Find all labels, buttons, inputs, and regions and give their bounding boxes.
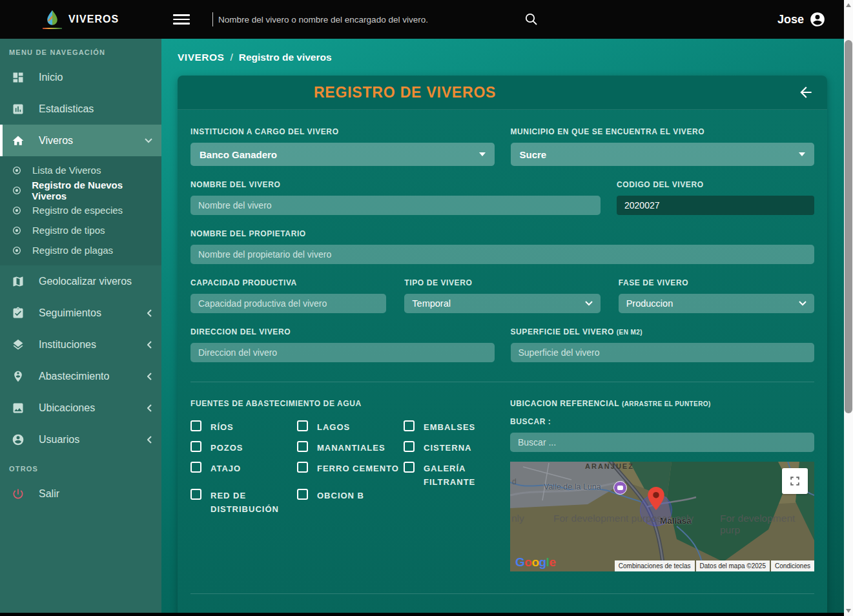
capacidad-input[interactable] (190, 294, 386, 313)
sidebar-item-instituciones[interactable]: Instituciones (0, 329, 161, 360)
sidebar-subitem-registro-plagas[interactable]: Registro de plagas (0, 240, 161, 260)
back-button[interactable] (797, 84, 814, 101)
direccion-input[interactable] (190, 343, 495, 362)
sidebar-item-estadisticas[interactable]: Estadisticas (0, 93, 161, 125)
superficie-input[interactable] (511, 343, 815, 362)
checkbox (190, 420, 201, 431)
chevron-left-icon (147, 373, 152, 380)
sidebar-subitem-lista-de-viveros[interactable]: Lista de Viveros (0, 160, 161, 180)
sidebar-subitem-label: Registro de plagas (32, 245, 113, 256)
municipio-dropdown[interactable]: Sucre (511, 143, 815, 166)
page-title: REGISTRO DE VIVEROS (178, 84, 632, 101)
checkbox (190, 441, 201, 452)
capacidad-label: CAPACIDAD PRODUCTIVA (190, 278, 386, 287)
sidebar-item-seguimientos[interactable]: Seguimientos (0, 297, 161, 329)
user-menu[interactable]: Jose (777, 11, 826, 28)
sidebar-subitem-registro-nuevos-viveros[interactable]: Registro de Nuevos Viveros (0, 180, 161, 200)
map-data-label: Datos del mapa ©2025 (696, 560, 770, 571)
field-nombre-vivero: NOMBRE DEL VIVERO (190, 180, 601, 215)
google-logo[interactable]: Google (515, 555, 555, 570)
buscar-input[interactable] (510, 433, 814, 452)
checkbox-item-ferro-cemento[interactable]: FERRO CEMENTO (297, 462, 404, 475)
field-municipio: MUNICIPIO EN QUE SE ENCUENTRA EL VIVERO … (511, 127, 815, 166)
checkbox-item-embalses[interactable]: EMBALSES (404, 420, 504, 434)
scrollbar-thumb[interactable] (845, 40, 852, 413)
ubicacion-label: UBICACION REFERENCIAL (ARRASTRE EL PUNTE… (510, 399, 814, 408)
checkbox-label: POZOS (211, 441, 243, 455)
sidebar-item-geolocalizar[interactable]: Geolocalizar viveros (0, 265, 161, 297)
scroll-down-arrow[interactable] (846, 609, 851, 613)
sidebar-subitem-registro-especies[interactable]: Registro de especies (0, 200, 161, 220)
tipo-select[interactable]: Temporal (404, 294, 600, 313)
checkbox (297, 462, 308, 473)
search-icon[interactable] (524, 12, 539, 27)
checkbox (297, 489, 308, 500)
chevron-down-icon (585, 301, 593, 306)
tipo-value: Temporal (412, 298, 451, 309)
field-codigo: CODIGO DEL VIVERO (617, 180, 814, 215)
bottom-strip (0, 613, 844, 616)
field-capacidad: CAPACIDAD PRODUCTIVA (190, 278, 386, 313)
checkbox-item-cisterna[interactable]: CISTERNA (404, 441, 504, 455)
breadcrumb-root[interactable]: VIVEROS (178, 52, 224, 63)
menu-icon[interactable] (173, 12, 190, 27)
map-container[interactable]: ARANJUEZ Valle de la Luna Mallasa (510, 462, 814, 571)
sidebar-item-label: Inicio (39, 72, 63, 83)
checkbox-item-manantiales[interactable]: MANANTIALES (297, 441, 404, 455)
map-label-aranjuez: ARANJUEZ (585, 462, 634, 470)
sidebar-item-abastecimiento[interactable]: Abastecimiento (0, 360, 161, 392)
layers-icon (12, 338, 26, 351)
checkbox-item-lagos[interactable]: LAGOS (297, 420, 404, 434)
brand[interactable]: VIVEROS (0, 10, 161, 29)
checkbox-item-pozos[interactable]: POZOS (190, 441, 297, 455)
radio-icon (12, 185, 23, 196)
global-search-input[interactable] (212, 12, 521, 26)
checkbox (404, 462, 415, 473)
superficie-label-main: SUPERFICIE DEL VIVERO (511, 327, 614, 336)
fullscreen-icon (789, 475, 801, 487)
checkbox-label: OBCION B (317, 489, 364, 502)
map-marker-pin[interactable] (648, 487, 664, 513)
card-header: REGISTRO DE VIVEROS (178, 76, 827, 110)
sidebar-item-salir[interactable]: Salir (0, 478, 161, 509)
checkbox (297, 441, 308, 452)
map-attribution: Combinaciones de teclas Datos del mapa ©… (615, 560, 814, 571)
vertical-scrollbar[interactable] (844, 0, 853, 616)
codigo-input[interactable] (617, 196, 814, 215)
sidebar: MENU DE NAVEGACIÓN Inicio Estadisticas V… (0, 39, 161, 613)
checkbox-item-atajo[interactable]: ATAJO (190, 462, 297, 475)
sidebar-item-label: Ubicaciones (39, 402, 95, 414)
fullscreen-button[interactable] (782, 468, 808, 494)
checkbox (404, 441, 415, 452)
checkbox-item-galeria-filtrante[interactable]: GALERÍA FILTRANTE (404, 462, 504, 489)
map-label-fragment: d (512, 477, 517, 486)
sidebar-item-ubicaciones[interactable]: Ubicaciones (0, 392, 161, 424)
breadcrumb-current: Registro de viveros (239, 52, 332, 63)
fase-label: FASE DE VIVERO (619, 278, 814, 287)
scroll-up-arrow[interactable] (846, 3, 851, 7)
camera-poi-icon[interactable] (613, 481, 627, 495)
sidebar-item-usuarios[interactable]: Usuarios (0, 424, 161, 455)
viveros-submenu: Lista de Viveros Registro de Nuevos Vive… (0, 156, 161, 265)
checkbox-item-rios[interactable]: RÍOS (190, 420, 297, 434)
checkbox-item-obcion-b[interactable]: OBCION B (297, 489, 404, 502)
propietario-input[interactable] (190, 245, 814, 264)
chevron-left-icon (147, 436, 152, 444)
fuentes-label: FUENTES DE ABASTECIMIENTO DE AGUA (190, 399, 504, 408)
terms-link[interactable]: Condiciones (771, 560, 814, 571)
keyboard-shortcuts-button[interactable]: Combinaciones de teclas (615, 560, 695, 571)
nav-section-header: MENU DE NAVEGACIÓN (0, 39, 161, 61)
nombre-vivero-input[interactable] (190, 196, 601, 215)
sidebar-subitem-registro-tipos[interactable]: Registro de tipos (0, 220, 161, 240)
caret-down-icon (799, 152, 805, 156)
institucion-value: Banco Ganadero (200, 149, 277, 160)
institucion-dropdown[interactable]: Banco Ganadero (190, 143, 495, 166)
photo-map-icon (12, 402, 26, 415)
sidebar-item-viveros[interactable]: Viveros (0, 125, 161, 156)
checkbox-item-red-distribucion[interactable]: RED DE DISTRIBUCIÓN (190, 489, 297, 516)
others-section-header: OTROS (0, 455, 161, 478)
checkbox-label: EMBALSES (424, 420, 475, 434)
fase-select[interactable]: Produccion (619, 294, 814, 313)
sidebar-item-label: Instituciones (39, 339, 96, 351)
sidebar-item-inicio[interactable]: Inicio (0, 61, 161, 93)
